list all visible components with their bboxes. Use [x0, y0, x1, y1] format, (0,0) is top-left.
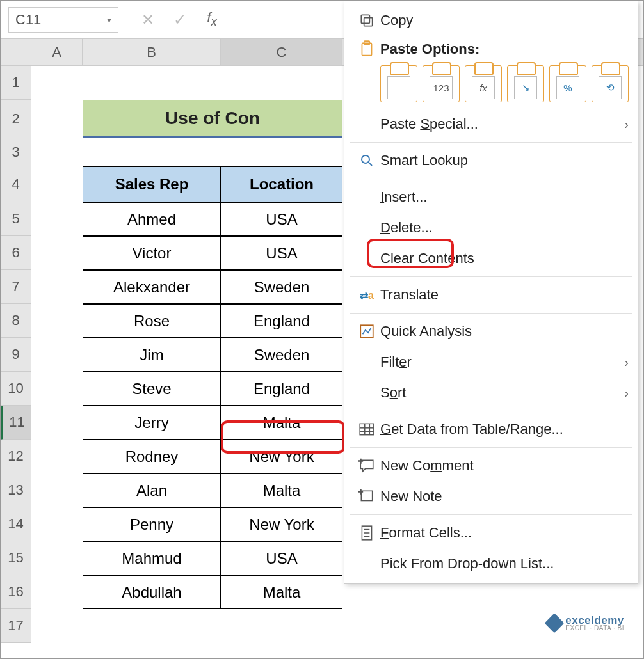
paste-opt-transpose[interactable]: ↘: [507, 65, 544, 102]
row-header[interactable]: 7: [1, 270, 31, 304]
paste-opt-formulas[interactable]: fx: [465, 65, 502, 102]
cell-loc[interactable]: Malta: [221, 575, 342, 609]
cell-rep[interactable]: Victor: [83, 236, 221, 270]
cell[interactable]: [31, 406, 83, 440]
menu-new-comment[interactable]: + New Comment: [344, 450, 638, 481]
table-header-rep[interactable]: Sales Rep: [83, 166, 221, 202]
cell-loc[interactable]: England: [221, 372, 342, 406]
cell-loc[interactable]: New York: [221, 507, 342, 541]
row-header[interactable]: 15: [1, 541, 31, 575]
cell-rep[interactable]: Mahmud: [83, 541, 221, 575]
select-all-corner[interactable]: [1, 39, 31, 66]
svg-line-5: [369, 163, 372, 166]
menu-get-data[interactable]: Get Data from Table/Range...: [344, 414, 638, 445]
menu-insert[interactable]: Insert...: [344, 182, 638, 212]
cell[interactable]: [31, 440, 83, 473]
menu-format-cells[interactable]: Format Cells...: [344, 518, 638, 548]
col-header-c[interactable]: C: [221, 39, 342, 66]
cell[interactable]: [83, 66, 221, 100]
row-header[interactable]: 12: [1, 440, 31, 473]
menu-filter[interactable]: Filter ›: [344, 347, 638, 377]
cell-loc[interactable]: Malta: [221, 406, 342, 440]
menu-clear-contents[interactable]: Clear Contents: [344, 243, 638, 274]
cell-rep[interactable]: Ahmed: [83, 202, 221, 236]
cell[interactable]: [221, 66, 342, 100]
row-header[interactable]: 4: [1, 166, 31, 202]
menu-delete[interactable]: Delete...: [344, 212, 638, 243]
enter-icon[interactable]: ✓: [164, 7, 196, 33]
col-header-a[interactable]: A: [31, 39, 83, 66]
menu-copy[interactable]: Copy: [344, 5, 638, 36]
row-header[interactable]: 1: [1, 66, 31, 100]
cell-loc[interactable]: Sweden: [221, 338, 342, 372]
cell-loc[interactable]: New York: [221, 440, 342, 473]
col-header-b[interactable]: B: [83, 39, 221, 66]
title-cell[interactable]: Use of Con: [83, 100, 342, 138]
paste-opt-formatting[interactable]: %: [549, 65, 586, 102]
cell-rep[interactable]: Rose: [83, 304, 221, 338]
menu-paste-special[interactable]: Paste Special... ›: [344, 109, 638, 139]
row-header[interactable]: 14: [1, 507, 31, 541]
cell[interactable]: [31, 166, 83, 202]
cell[interactable]: [31, 236, 83, 270]
cell-rep[interactable]: Alan: [83, 473, 221, 507]
menu-translate[interactable]: ⇄a Translate: [344, 280, 638, 310]
cell-loc[interactable]: USA: [221, 541, 342, 575]
cell[interactable]: [83, 138, 221, 166]
cell-rep[interactable]: Alekxander: [83, 270, 221, 304]
cell[interactable]: [31, 372, 83, 406]
row-header[interactable]: 6: [1, 236, 31, 270]
cell-loc[interactable]: USA: [221, 202, 342, 236]
cell[interactable]: [31, 138, 83, 166]
cell-rep[interactable]: Jim: [83, 338, 221, 372]
cell[interactable]: [31, 202, 83, 236]
cell-rep[interactable]: Jerry: [83, 406, 221, 440]
chevron-down-icon[interactable]: ▾: [107, 15, 111, 25]
paste-opt-values[interactable]: 123: [423, 65, 460, 102]
cell[interactable]: [31, 100, 83, 138]
cancel-icon[interactable]: ✕: [132, 7, 164, 33]
row-header[interactable]: 2: [1, 100, 31, 138]
cell[interactable]: [221, 609, 342, 643]
cell[interactable]: [83, 609, 221, 643]
row-header[interactable]: 10: [1, 372, 31, 406]
cell[interactable]: [31, 541, 83, 575]
menu-pick-from-list[interactable]: Pick From Drop-down List...: [344, 548, 638, 579]
cell[interactable]: [221, 138, 342, 166]
paste-opt-default[interactable]: [380, 65, 417, 102]
row-header[interactable]: 11: [1, 406, 31, 440]
table-header-loc[interactable]: Location: [221, 166, 342, 202]
menu-sort[interactable]: Sort ›: [344, 377, 638, 408]
cell-rep[interactable]: Steve: [83, 372, 221, 406]
cell-rep[interactable]: Penny: [83, 507, 221, 541]
menu-new-note[interactable]: + New Note: [344, 481, 638, 512]
cell[interactable]: [31, 575, 83, 609]
cell-rep[interactable]: Abdullah: [83, 575, 221, 609]
comment-icon: +: [353, 458, 380, 473]
paste-opt-link[interactable]: ⟲: [592, 65, 629, 102]
cell[interactable]: [31, 473, 83, 507]
menu-smart-lookup[interactable]: Smart Lookup: [344, 145, 638, 176]
cell[interactable]: [31, 609, 83, 643]
cell[interactable]: [31, 304, 83, 338]
row-header[interactable]: 13: [1, 473, 31, 507]
row-header[interactable]: 8: [1, 304, 31, 338]
cell-loc[interactable]: USA: [221, 236, 342, 270]
cell-loc[interactable]: Malta: [221, 473, 342, 507]
fx-icon[interactable]: fx: [196, 7, 228, 33]
cell[interactable]: [31, 270, 83, 304]
menu-paste-options-title: Paste Options:: [344, 36, 638, 63]
cell[interactable]: [31, 338, 83, 372]
row-header[interactable]: 17: [1, 609, 31, 643]
name-box[interactable]: C11 ▾: [8, 7, 118, 33]
row-header[interactable]: 3: [1, 138, 31, 166]
row-header[interactable]: 9: [1, 338, 31, 372]
cell-rep[interactable]: Rodney: [83, 440, 221, 473]
row-header[interactable]: 5: [1, 202, 31, 236]
menu-quick-analysis[interactable]: Quick Analysis: [344, 316, 638, 347]
cell-loc[interactable]: Sweden: [221, 270, 342, 304]
row-header[interactable]: 16: [1, 575, 31, 609]
cell[interactable]: [31, 507, 83, 541]
cell[interactable]: [31, 66, 83, 100]
cell-loc[interactable]: England: [221, 304, 342, 338]
